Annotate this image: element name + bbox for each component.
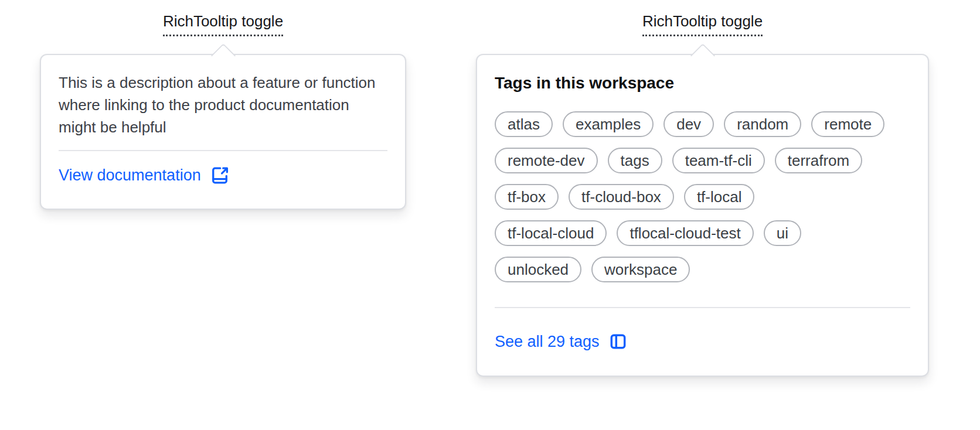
tag-pill: remote <box>811 111 884 137</box>
tooltip-caret-icon <box>690 43 714 68</box>
external-link-icon <box>210 166 230 185</box>
tag-pill: tf-cloud-box <box>569 184 674 210</box>
workspace-tags-tooltip-card: Tags in this workspace atlasexamplesdevr… <box>476 54 929 377</box>
divider <box>59 150 387 151</box>
tag-pill: tf-local <box>684 184 755 210</box>
see-all-tags-label: See all 29 tags <box>495 332 600 351</box>
view-documentation-label: View documentation <box>59 165 201 185</box>
divider <box>495 307 910 308</box>
sidebar-panel-icon <box>608 332 628 351</box>
tag-pill: atlas <box>495 111 553 137</box>
view-documentation-link[interactable]: View documentation <box>59 165 387 185</box>
tag-pill: examples <box>563 111 654 137</box>
richtooltip-toggle[interactable]: RichTooltip toggle <box>642 12 763 36</box>
tag-pill: tf-local-cloud <box>495 220 607 246</box>
tag-pill: team-tf-cli <box>672 148 765 173</box>
tag-row: remote-devtagsteam-tf-cliterrafrom <box>495 148 910 173</box>
tag-row: unlockedworkspace <box>495 257 910 282</box>
tag-pill: random <box>724 111 801 137</box>
tag-pill: tflocal-cloud-test <box>617 220 753 246</box>
tooltip-description: This is a description about a feature or… <box>59 71 387 138</box>
tag-row: tf-local-cloudtflocal-cloud-testui <box>495 220 910 246</box>
see-all-tags-link[interactable]: See all 29 tags <box>495 332 910 351</box>
tooltip-caret-icon <box>210 43 235 68</box>
toggle-row: RichTooltip toggle <box>40 12 406 36</box>
tag-pill: dev <box>663 111 714 137</box>
tag-pill: ui <box>764 220 801 246</box>
tag-list: atlasexamplesdevrandomremoteremote-devta… <box>495 111 910 282</box>
toggle-row: RichTooltip toggle <box>476 12 929 36</box>
tag-row: atlasexamplesdevrandomremote <box>495 111 910 137</box>
tag-pill: tf-box <box>495 184 559 210</box>
tag-pill: tags <box>608 148 662 173</box>
tag-row: tf-boxtf-cloud-boxtf-local <box>495 184 910 210</box>
tag-pill: workspace <box>591 257 690 282</box>
tag-pill: terrafrom <box>775 148 862 173</box>
documentation-tooltip-card: This is a description about a feature or… <box>40 54 406 210</box>
tags-heading: Tags in this workspace <box>495 73 910 94</box>
richtooltip-toggle[interactable]: RichTooltip toggle <box>163 12 283 36</box>
tag-pill: unlocked <box>495 257 581 282</box>
tag-pill: remote-dev <box>495 148 598 173</box>
